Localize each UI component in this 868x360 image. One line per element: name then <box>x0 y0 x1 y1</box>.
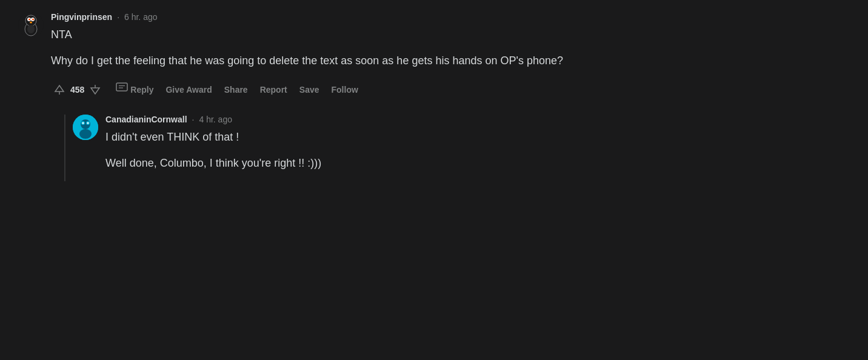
comment-username[interactable]: Pingvinprinsen <box>51 12 112 22</box>
comment-body-text: Why do I get the feeling that he was goi… <box>51 55 563 67</box>
separator: · <box>117 12 119 22</box>
upvote-button[interactable] <box>51 81 68 98</box>
reply-label: Reply <box>130 85 153 95</box>
comment-text: NTA Why do I get the feeling that he was… <box>51 27 850 69</box>
save-button[interactable]: Save <box>295 81 324 98</box>
avatar <box>18 12 44 38</box>
comment-item: Pingvinprinsen · 6 hr. ago NTA Why do I … <box>18 12 850 100</box>
nested-comment-username[interactable]: CanadianinCornwall <box>105 115 187 124</box>
comment-timestamp: 6 hr. ago <box>124 12 158 22</box>
nested-text-line2: Well done, Columbo, I think you're right… <box>105 155 850 172</box>
svg-point-8 <box>27 25 35 33</box>
user-avatar-icon <box>18 12 44 38</box>
nested-separator: · <box>192 115 195 124</box>
downvote-button[interactable] <box>87 81 104 98</box>
svg-point-20 <box>87 122 89 124</box>
nested-avatar <box>73 115 98 140</box>
upvote-icon <box>53 84 65 96</box>
report-button[interactable]: Report <box>255 81 292 98</box>
svg-point-16 <box>79 129 92 139</box>
vote-count: 458 <box>70 85 84 95</box>
svg-point-19 <box>82 122 84 124</box>
follow-label: Follow <box>332 85 358 95</box>
give-award-button[interactable]: Give Award <box>161 81 216 98</box>
speech-bubble-icon <box>116 82 128 93</box>
nested-text-line1: I didn't even THINK of that ! <box>105 129 850 145</box>
comment-icon <box>116 82 128 96</box>
svg-point-2 <box>25 15 36 26</box>
report-label: Report <box>260 85 287 95</box>
svg-point-5 <box>28 19 30 21</box>
comment-button[interactable]: Reply <box>111 79 158 100</box>
comment-body: Pingvinprinsen · 6 hr. ago NTA Why do I … <box>51 12 850 100</box>
nested-comment-inner: CanadianinCornwall · 4 hr. ago I didn't … <box>73 115 850 181</box>
nested-comment-container: CanadianinCornwall · 4 hr. ago I didn't … <box>18 115 850 181</box>
svg-point-7 <box>30 22 32 24</box>
share-button[interactable]: Share <box>219 81 253 98</box>
comment-actions: 458 Reply <box>51 79 850 100</box>
svg-rect-11 <box>116 83 127 91</box>
nested-comment-header: CanadianinCornwall · 4 hr. ago <box>105 115 850 124</box>
vote-section: 458 <box>51 81 104 98</box>
share-label: Share <box>224 85 248 95</box>
nested-user-avatar-icon <box>73 115 98 140</box>
downvote-icon <box>89 84 101 96</box>
nested-comment-timestamp: 4 hr. ago <box>199 115 232 124</box>
give-award-label: Give Award <box>165 85 212 95</box>
comment-header: Pingvinprinsen · 6 hr. ago <box>51 12 850 22</box>
nested-comment-body: CanadianinCornwall · 4 hr. ago I didn't … <box>105 115 850 181</box>
nested-comment-text: I didn't even THINK of that ! Well done,… <box>105 129 850 172</box>
follow-button[interactable]: Follow <box>327 81 363 98</box>
save-label: Save <box>299 85 319 95</box>
nta-label: NTA <box>51 27 850 43</box>
svg-point-6 <box>32 19 34 21</box>
thread-line <box>64 115 65 181</box>
